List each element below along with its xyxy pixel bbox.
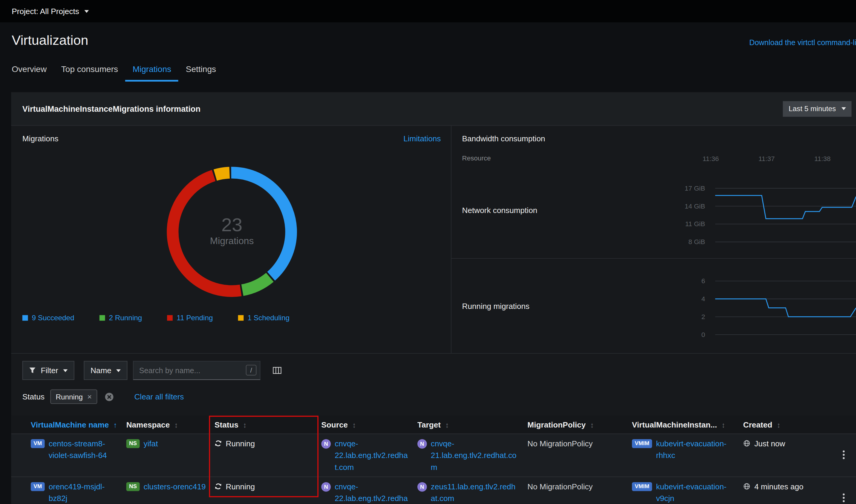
bandwidth-panel-title: Bandwidth consumption — [462, 134, 545, 143]
in-progress-icon — [215, 440, 222, 447]
tab-top-consumers[interactable]: Top consumers — [54, 59, 125, 82]
cell-migration-policy: No MigrationPolicy — [527, 434, 632, 453]
globe-icon — [743, 440, 750, 447]
filter-dropdown[interactable]: Filter — [22, 361, 74, 380]
download-virtctl-link[interactable]: Download the virtctl command-line utilit… — [749, 38, 856, 47]
columns-icon — [273, 366, 282, 374]
namespace-badge: NS — [126, 482, 140, 491]
clear-chip-group-button[interactable] — [105, 392, 114, 401]
vm-badge: VM — [31, 439, 45, 448]
migration-policy-text: No MigrationPolicy — [527, 481, 592, 493]
search-input[interactable] — [133, 361, 260, 380]
col-header-status[interactable]: Status ↕ — [215, 420, 321, 429]
card-header: VirtualMachineInstanceMigrations informa… — [11, 92, 856, 126]
chip-close-icon[interactable]: × — [87, 393, 92, 401]
sort-icon: ↕ — [243, 420, 247, 429]
vmim-link[interactable]: kubevirt-evacuation-rhhxc — [656, 438, 735, 462]
namespace-link[interactable]: clusters-orenc419 — [143, 481, 206, 493]
table-header-row: VirtualMachine name ↑ Namespace ↕ Status… — [11, 416, 856, 434]
vmim-link[interactable]: kubevirt-evacuation-v9cjn — [656, 481, 735, 504]
table-row: VM orenc419-msjdl-bz82j NS clusters-oren… — [11, 477, 856, 504]
col-header-virtualmachine-name[interactable]: VirtualMachine name ↑ — [11, 420, 126, 429]
svg-text:11:36: 11:36 — [703, 155, 719, 163]
sort-icon: ↕ — [352, 420, 356, 429]
chevron-down-icon — [117, 369, 121, 372]
vmim-badge: VMIM — [632, 482, 652, 491]
project-selector[interactable]: Project: All Projects — [12, 6, 88, 16]
cell-namespace: NS yifat — [126, 434, 215, 453]
card-title: VirtualMachineInstanceMigrations informa… — [22, 104, 200, 113]
sort-icon: ↕ — [590, 420, 594, 429]
vmim-badge: VMIM — [632, 439, 652, 448]
legend-item-running[interactable]: 2 Running — [100, 313, 142, 322]
cell-vm-name: VM centos-stream8-violet-sawfish-64 — [11, 434, 126, 465]
row-kebab-menu-button[interactable] — [840, 448, 847, 463]
vm-name-link[interactable]: centos-stream8-violet-sawfish-64 — [49, 438, 119, 462]
svg-text:11 GiB: 11 GiB — [685, 220, 705, 228]
search-shortcut-badge: / — [246, 365, 257, 376]
col-header-target[interactable]: Target ↕ — [417, 420, 527, 429]
vm-name-link[interactable]: orenc419-msjdl-bz82j — [49, 481, 119, 504]
time-range-value: Last 5 minutes — [789, 105, 836, 113]
migrations-donut-chart — [159, 159, 304, 304]
chevron-down-icon — [63, 369, 68, 372]
in-progress-icon — [215, 483, 222, 490]
source-node-link[interactable]: cnvqe-22.lab.eng.tlv2.redhat.com — [335, 438, 410, 473]
filter-chips-row: Status Running × Clear all filters — [22, 389, 184, 404]
namespace-link[interactable]: yifat — [143, 438, 158, 450]
cell-created: 4 minutes ago — [743, 477, 831, 496]
row-kebab-menu-button[interactable] — [840, 491, 847, 504]
col-header-migrationpolicy[interactable]: MigrationPolicy ↕ — [527, 420, 632, 429]
panel-divider-vertical — [451, 126, 451, 353]
cell-source: N cnvqe-22.lab.eng.tlv2.redhat.com — [321, 477, 417, 504]
legend-swatch-running — [100, 315, 105, 321]
svg-text:6: 6 — [701, 277, 705, 285]
manage-columns-button[interactable] — [272, 365, 283, 377]
card-divider-horizontal — [11, 353, 856, 354]
search-attribute-select[interactable]: Name — [84, 361, 128, 380]
project-selector-label: Project: All Projects — [12, 6, 79, 16]
source-node-link[interactable]: cnvqe-22.lab.eng.tlv2.redhat.com — [335, 481, 410, 504]
tab-overview[interactable]: Overview — [4, 59, 54, 82]
filter-chip-running[interactable]: Running × — [50, 389, 97, 404]
tab-settings[interactable]: Settings — [178, 59, 223, 82]
clear-all-filters-link[interactable]: Clear all filters — [134, 392, 184, 401]
masthead: Project: All Projects — [0, 0, 856, 22]
running-migrations-label: Running migrations — [462, 302, 530, 311]
app-root: Project: All Projects Virtualization Dow… — [0, 0, 856, 504]
legend-swatch-pending — [167, 315, 173, 321]
sort-icon: ↕ — [445, 420, 449, 429]
chip-label: Running — [56, 393, 83, 401]
cell-actions — [832, 434, 856, 476]
cell-actions — [832, 477, 856, 504]
cell-target: N zeus11.lab.eng.tlv2.redhat.com — [417, 477, 527, 504]
legend-item-pending[interactable]: 11 Pending — [167, 313, 213, 322]
legend-swatch-scheduling — [238, 315, 244, 321]
globe-icon — [743, 483, 750, 490]
cell-status: Running — [215, 477, 321, 496]
time-range-select[interactable]: Last 5 minutes — [783, 101, 852, 116]
kebab-icon — [842, 493, 845, 502]
legend-item-scheduling[interactable]: 1 Scheduling — [238, 313, 289, 322]
target-node-link[interactable]: zeus11.lab.eng.tlv2.redhat.com — [431, 481, 520, 504]
sort-icon: ↕ — [174, 420, 178, 429]
cell-vmim: VMIM kubevirt-evacuation-rhhxc — [632, 434, 743, 465]
tabs: Overview Top consumers Migrations Settin… — [4, 59, 223, 82]
resource-column-label: Resource — [462, 154, 491, 162]
target-node-link[interactable]: cnvqe-21.lab.eng.tlv2.redhat.com — [431, 438, 520, 473]
status-text: Running — [226, 481, 255, 493]
kebab-icon — [842, 450, 845, 459]
col-header-created[interactable]: Created ↕ — [743, 420, 831, 429]
col-header-namespace[interactable]: Namespace ↕ — [126, 420, 215, 429]
col-header-virtualmachineinstance[interactable]: VirtualMachineInstan... ↕ — [632, 420, 743, 429]
chevron-down-icon — [841, 107, 846, 110]
namespace-badge: NS — [126, 439, 140, 448]
donut-legend: 9 Succeeded 2 Running 11 Pending 1 Sched… — [22, 313, 289, 322]
tab-migrations[interactable]: Migrations — [125, 59, 178, 82]
filter-dropdown-label: Filter — [41, 366, 58, 375]
legend-item-succeeded[interactable]: 9 Succeeded — [22, 313, 74, 322]
col-header-source[interactable]: Source ↕ — [321, 420, 417, 429]
status-text: Running — [226, 438, 255, 450]
limitations-link[interactable]: Limitations — [403, 134, 441, 143]
legend-swatch-succeeded — [22, 315, 28, 321]
